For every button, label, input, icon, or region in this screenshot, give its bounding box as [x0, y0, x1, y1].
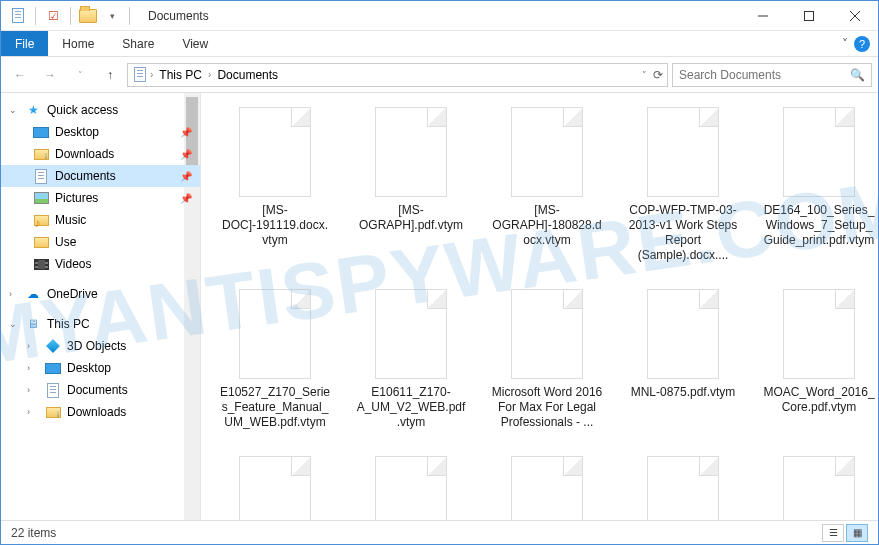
file-thumbnail-icon [511, 107, 583, 197]
window-title: Documents [148, 9, 209, 23]
pin-icon: 📌 [180, 149, 192, 160]
search-input[interactable] [679, 68, 844, 82]
qat-properties-icon[interactable] [7, 5, 29, 27]
desktop-icon [45, 360, 61, 376]
file-item[interactable]: Microsoft Word 2016 For Max For Legal Pr… [487, 285, 607, 434]
sidebar-item-desktop[interactable]: ›Desktop [1, 357, 200, 379]
tree-label: This PC [47, 317, 90, 331]
tree-item-label: Documents [55, 169, 116, 183]
address-bar[interactable]: › This PC › Documents ˅ ⟳ [127, 63, 668, 87]
ribbon-expand-icon[interactable]: ˅ [842, 37, 848, 51]
file-name: [MS-DOC]-191119.docx.vtym [219, 203, 331, 248]
file-item[interactable] [623, 452, 743, 520]
file-thumbnail-icon [375, 107, 447, 197]
tree-this-pc[interactable]: ⌄ 🖥 This PC [1, 313, 200, 335]
navigation-pane[interactable]: ⌄ ★ Quick access Desktop📌Downloads📌Docum… [1, 93, 201, 520]
file-item[interactable] [487, 452, 607, 520]
titlebar: ☑ ▾ Documents [1, 1, 878, 31]
sidebar-item-music[interactable]: Music [1, 209, 200, 231]
desktop-icon [33, 124, 49, 140]
sidebar-item-downloads[interactable]: Downloads📌 [1, 143, 200, 165]
item-count: 22 items [11, 526, 56, 540]
file-item[interactable]: MOAC_Word_2016_Core.pdf.vtym [759, 285, 878, 434]
file-item[interactable] [351, 452, 471, 520]
caret-right-icon: › [27, 407, 37, 417]
back-button[interactable]: ← [7, 62, 33, 88]
recent-dropdown[interactable]: ˅ [67, 62, 93, 88]
qat-check-icon[interactable]: ☑ [42, 5, 64, 27]
sidebar-item-pictures[interactable]: Pictures📌 [1, 187, 200, 209]
file-item[interactable]: COP-WFP-TMP-03-2013-v1 Work Steps Report… [623, 103, 743, 267]
up-button[interactable]: ↑ [97, 62, 123, 88]
ribbon-tab-file[interactable]: File [1, 31, 48, 56]
file-item[interactable]: [MS-DOC]-191119.docx.vtym [215, 103, 335, 267]
file-thumbnail-icon [647, 456, 719, 520]
file-name: [MS-OGRAPH]-180828.docx.vtym [491, 203, 603, 248]
tree-item-label: Desktop [55, 125, 99, 139]
pin-icon: 📌 [180, 193, 192, 204]
breadcrumb-documents[interactable]: Documents [213, 68, 282, 82]
file-item[interactable]: E10527_Z170_Series_Feature_Manual_UM_WEB… [215, 285, 335, 434]
address-dropdown-icon[interactable]: ˅ [642, 70, 647, 80]
star-icon: ★ [25, 102, 41, 118]
documents-icon [33, 168, 49, 184]
chevron-right-icon[interactable]: › [150, 69, 153, 80]
breadcrumb-this-pc[interactable]: This PC [155, 68, 206, 82]
pc-icon: 🖥 [25, 316, 41, 332]
file-item[interactable] [759, 452, 878, 520]
refresh-icon[interactable]: ⟳ [653, 68, 663, 82]
forward-button[interactable]: → [37, 62, 63, 88]
caret-right-icon: › [27, 385, 37, 395]
help-icon[interactable]: ? [854, 36, 870, 52]
navigation-bar: ← → ˅ ↑ › This PC › Documents ˅ ⟳ 🔍 [1, 57, 878, 93]
file-item[interactable] [215, 452, 335, 520]
downloads-icon [45, 404, 61, 420]
file-item[interactable]: [MS-OGRAPH]-180828.docx.vtym [487, 103, 607, 267]
file-item[interactable]: E10611_Z170-A_UM_V2_WEB.pdf.vtym [351, 285, 471, 434]
separator [129, 7, 130, 25]
icons-view-button[interactable]: ▦ [846, 524, 868, 542]
sidebar-item-desktop[interactable]: Desktop📌 [1, 121, 200, 143]
sidebar-item-documents[interactable]: Documents📌 [1, 165, 200, 187]
maximize-button[interactable] [786, 1, 832, 31]
sidebar-item-videos[interactable]: Videos [1, 253, 200, 275]
file-item[interactable]: [MS-OGRAPH].pdf.vtym [351, 103, 471, 267]
sidebar-item-3d-objects[interactable]: ›3D Objects [1, 335, 200, 357]
tree-onedrive[interactable]: › ☁ OneDrive [1, 283, 200, 305]
folder-icon[interactable] [77, 5, 99, 27]
tree-quick-access[interactable]: ⌄ ★ Quick access [1, 99, 200, 121]
sidebar-item-downloads[interactable]: ›Downloads [1, 401, 200, 423]
chevron-right-icon[interactable]: › [208, 69, 211, 80]
folder-icon [33, 234, 49, 250]
details-view-button[interactable]: ☰ [822, 524, 844, 542]
ribbon-tab-share[interactable]: Share [108, 31, 168, 56]
tree-item-label: Downloads [67, 405, 126, 419]
file-item[interactable]: MNL-0875.pdf.vtym [623, 285, 743, 434]
file-name: COP-WFP-TMP-03-2013-v1 Work Steps Report… [627, 203, 739, 263]
search-box[interactable]: 🔍 [672, 63, 872, 87]
caret-right-icon: › [27, 341, 37, 351]
ribbon: File Home Share View ˅ ? [1, 31, 878, 57]
caret-right-icon: › [9, 289, 19, 299]
close-button[interactable] [832, 1, 878, 31]
ribbon-tab-home[interactable]: Home [48, 31, 108, 56]
file-list[interactable]: [MS-DOC]-191119.docx.vtym[MS-OGRAPH].pdf… [201, 93, 878, 520]
qat-dropdown-icon[interactable]: ▾ [101, 5, 123, 27]
music-icon [33, 212, 49, 228]
search-icon: 🔍 [850, 68, 865, 82]
file-thumbnail-icon [239, 107, 311, 197]
caret-down-icon: ⌄ [9, 319, 19, 329]
file-thumbnail-icon [783, 456, 855, 520]
ribbon-tab-view[interactable]: View [168, 31, 222, 56]
svg-rect-1 [805, 11, 814, 20]
file-item[interactable]: DE164_100_Series_Windows_7_Setup_Guide_p… [759, 103, 878, 267]
file-name: Microsoft Word 2016 For Max For Legal Pr… [491, 385, 603, 430]
file-thumbnail-icon [511, 289, 583, 379]
file-thumbnail-icon [783, 289, 855, 379]
sidebar-item-use[interactable]: Use [1, 231, 200, 253]
tree-label: OneDrive [47, 287, 98, 301]
file-thumbnail-icon [783, 107, 855, 197]
minimize-button[interactable] [740, 1, 786, 31]
sidebar-item-documents[interactable]: ›Documents [1, 379, 200, 401]
documents-icon [132, 67, 148, 83]
